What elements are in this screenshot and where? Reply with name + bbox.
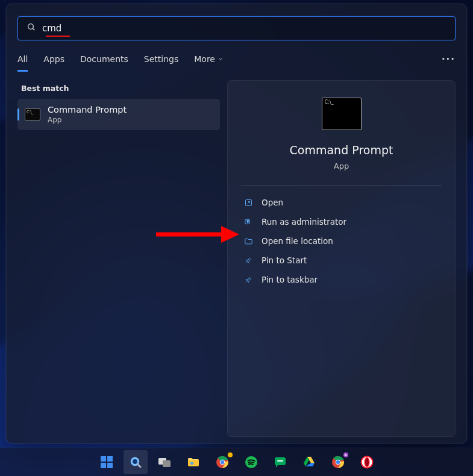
taskbar-drive-button[interactable] (297, 450, 321, 474)
svg-line-9 (137, 465, 140, 468)
search-icon (128, 455, 143, 469)
chat-icon (273, 455, 287, 469)
windows-logo-icon (101, 456, 113, 468)
search-box[interactable] (17, 16, 456, 40)
action-list: Open Run as administrator Open file loca… (241, 193, 442, 289)
open-icon (243, 198, 253, 207)
command-prompt-icon-large: C:\_ (322, 98, 362, 130)
tab-apps[interactable]: Apps (43, 54, 64, 70)
action-open-label: Open (262, 198, 283, 207)
action-pin-start-label: Pin to Start (262, 255, 307, 265)
taskbar-spotify-button[interactable] (239, 450, 263, 474)
taskbar: s (0, 448, 473, 476)
chevron-down-icon (218, 56, 224, 62)
action-pin-to-taskbar[interactable]: Pin to taskbar (241, 270, 442, 289)
task-view-icon (157, 455, 172, 469)
notification-badge (227, 452, 233, 458)
result-command-prompt[interactable]: C:\_ Command Prompt App (17, 99, 220, 130)
taskbar-chrome-profile-button[interactable]: s (326, 450, 350, 474)
annotation-underline (46, 36, 70, 37)
google-drive-icon (302, 455, 316, 469)
shield-admin-icon (243, 217, 253, 227)
folder-icon (186, 455, 201, 469)
svg-line-1 (33, 28, 34, 30)
profile-badge: s (343, 452, 349, 458)
taskbar-file-explorer-button[interactable] (181, 450, 205, 474)
tab-all[interactable]: All (17, 54, 28, 72)
action-open-location-label: Open file location (262, 236, 333, 246)
tab-settings[interactable]: Settings (144, 54, 178, 70)
spotify-icon (244, 455, 258, 469)
pin-icon (243, 275, 253, 284)
best-match-label: Best match (21, 84, 220, 93)
svg-point-15 (220, 460, 224, 464)
taskbar-opera-button[interactable] (355, 450, 379, 474)
results-column: Best match C:\_ Command Prompt App (17, 80, 220, 437)
taskbar-task-view-button[interactable] (152, 450, 177, 474)
preview-title: Command Prompt (290, 143, 393, 157)
folder-icon (243, 236, 253, 246)
action-pin-to-start[interactable]: Pin to Start (241, 251, 442, 270)
tab-more-label: More (194, 54, 215, 64)
action-open-file-location[interactable]: Open file location (241, 231, 442, 251)
svg-point-21 (336, 460, 339, 464)
taskbar-chrome-button[interactable] (210, 450, 234, 474)
more-options-button[interactable]: ··· (442, 54, 456, 70)
chrome-icon (331, 455, 345, 469)
svg-rect-11 (163, 460, 171, 467)
command-prompt-icon: C:\_ (25, 108, 40, 121)
opera-icon (360, 455, 374, 469)
action-run-as-administrator[interactable]: Run as administrator (241, 212, 442, 231)
preview-column: C:\_ Command Prompt App Open Run as admi… (227, 80, 456, 437)
search-tabs: All Apps Documents Settings More ··· (17, 54, 456, 70)
taskbar-chat-button[interactable] (268, 450, 292, 474)
taskbar-search-button[interactable] (124, 450, 148, 474)
divider (241, 185, 442, 186)
svg-point-0 (28, 24, 34, 30)
tab-documents[interactable]: Documents (80, 54, 128, 70)
search-input[interactable] (42, 23, 446, 34)
search-icon (27, 22, 36, 34)
svg-rect-18 (277, 460, 283, 462)
result-title: Command Prompt (48, 105, 127, 114)
preview-subtitle: App (334, 161, 349, 171)
action-open[interactable]: Open (241, 193, 442, 212)
action-pin-taskbar-label: Pin to taskbar (262, 275, 318, 284)
chrome-icon (215, 455, 230, 469)
svg-point-25 (365, 458, 369, 466)
action-run-admin-label: Run as administrator (262, 217, 346, 227)
taskbar-start-button[interactable] (95, 450, 119, 474)
svg-rect-12 (190, 462, 193, 465)
pin-icon (243, 255, 253, 265)
start-search-panel: All Apps Documents Settings More ··· Bes… (6, 4, 467, 443)
tab-more[interactable]: More (194, 54, 224, 70)
result-subtitle: App (48, 116, 127, 124)
